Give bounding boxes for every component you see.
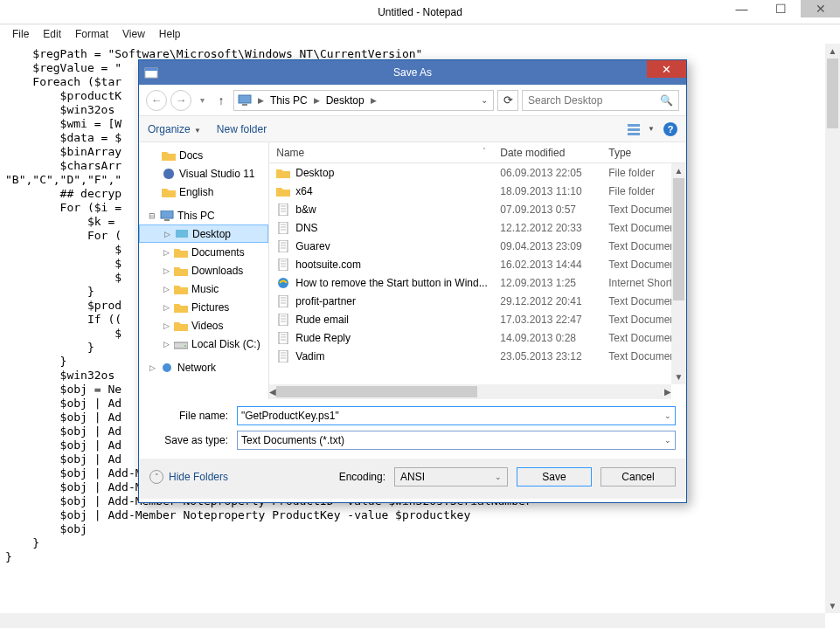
column-name[interactable]: Name˄ xyxy=(269,147,493,159)
tree-desktop[interactable]: ▷Desktop xyxy=(139,224,268,243)
file-list-header[interactable]: Name˄ Date modified Type xyxy=(269,142,686,163)
dropdown-icon[interactable]: ⌄ xyxy=(664,411,671,420)
help-icon[interactable]: ? xyxy=(663,122,677,136)
file-row[interactable]: profit-partner29.12.2012 20:41Text Docum… xyxy=(269,292,686,310)
cancel-button[interactable]: Cancel xyxy=(600,467,676,487)
notepad-titlebar: Untitled - Notepad — ☐ ✕ xyxy=(0,0,840,24)
filelist-vertical-scrollbar[interactable]: ▲ ▼ xyxy=(671,163,686,384)
file-row[interactable]: x6418.09.2013 11:10File folder xyxy=(269,182,686,200)
svg-rect-5 xyxy=(628,128,640,131)
file-name: Vadim xyxy=(295,350,324,362)
menu-view[interactable]: View xyxy=(115,26,152,42)
tree-documents[interactable]: ▷Documents xyxy=(139,243,268,261)
scroll-thumb[interactable] xyxy=(673,178,684,300)
hide-folders-button[interactable]: ˄ Hide Folders xyxy=(149,470,228,484)
tree-downloads[interactable]: ▷Downloads xyxy=(139,261,268,279)
file-row[interactable]: Rude Reply14.09.2013 0:28Text Document xyxy=(269,328,686,347)
savetype-label: Save as type: xyxy=(149,434,237,446)
back-button[interactable]: ← xyxy=(146,90,167,111)
menu-file[interactable]: File xyxy=(5,26,36,42)
dialog-title: Save As xyxy=(393,66,432,79)
chevron-right-icon[interactable]: ▶ xyxy=(255,96,267,105)
horizontal-scrollbar[interactable] xyxy=(0,613,825,628)
scroll-right-icon[interactable]: ▶ xyxy=(664,384,671,399)
column-type[interactable]: Type xyxy=(601,147,686,159)
folder-tree[interactable]: Docs Visual Studio 11 English ⊟This PC ▷… xyxy=(139,142,269,399)
scroll-up-icon[interactable]: ▲ xyxy=(671,163,686,178)
menu-edit[interactable]: Edit xyxy=(36,26,68,42)
view-options-button[interactable]: ▼ xyxy=(628,123,655,135)
collapse-icon[interactable]: ⊟ xyxy=(148,211,156,220)
file-row[interactable]: DNS12.12.2012 20:33Text Document xyxy=(269,218,686,237)
chevron-up-icon: ˄ xyxy=(149,470,163,484)
folder-icon xyxy=(276,185,290,197)
text-icon xyxy=(276,204,290,216)
address-bar[interactable]: ▶ This PC ▶ Desktop ▶ ⌄ xyxy=(233,90,494,111)
savetype-select[interactable]: Text Documents (*.txt)⌄ xyxy=(237,431,676,450)
scroll-thumb[interactable] xyxy=(827,59,838,128)
minimize-button[interactable]: — xyxy=(722,0,761,17)
tree-thispc[interactable]: ⊟This PC xyxy=(139,206,268,224)
tree-network[interactable]: ▷Network xyxy=(139,358,268,376)
save-button[interactable]: Save xyxy=(517,467,592,487)
file-date: 12.09.2013 1:25 xyxy=(493,277,601,289)
menu-help[interactable]: Help xyxy=(152,26,188,42)
forward-button[interactable]: → xyxy=(170,90,191,111)
scroll-thumb[interactable] xyxy=(276,386,477,397)
file-row[interactable]: Vadim23.05.2013 23:12Text Document xyxy=(269,347,686,365)
maximize-button[interactable]: ☐ xyxy=(761,0,801,17)
file-row[interactable]: hootsuite.com16.02.2013 14:44Text Docume… xyxy=(269,255,686,273)
file-date: 18.09.2013 11:10 xyxy=(493,185,601,197)
breadcrumb-desktop[interactable]: Desktop xyxy=(323,94,368,107)
recent-dropdown[interactable]: ▾ xyxy=(195,90,209,111)
text-icon xyxy=(276,332,290,344)
file-row[interactable]: Desktop06.09.2013 22:05File folder xyxy=(269,163,686,182)
close-button[interactable]: ✕ xyxy=(801,0,840,17)
refresh-button[interactable]: ⟳ xyxy=(497,90,518,111)
svg-rect-9 xyxy=(176,230,188,238)
file-row[interactable]: Rude email17.03.2013 22:47Text Document xyxy=(269,310,686,328)
encoding-select[interactable]: ANSI⌄ xyxy=(394,467,508,487)
chevron-right-icon[interactable]: ▶ xyxy=(368,96,379,105)
scroll-down-icon[interactable]: ▼ xyxy=(825,598,840,613)
filelist-horizontal-scrollbar[interactable]: ◀ ▶ xyxy=(269,384,671,399)
column-date[interactable]: Date modified xyxy=(493,147,601,159)
tree-pictures[interactable]: ▷Pictures xyxy=(139,298,268,316)
file-row[interactable]: b&w07.09.2013 0:57Text Document xyxy=(269,200,686,218)
tree-localdisk[interactable]: ▷Local Disk (C:) xyxy=(139,335,268,353)
tree-english[interactable]: English xyxy=(139,183,268,201)
scroll-left-icon[interactable]: ◀ xyxy=(269,384,276,399)
chevron-right-icon[interactable]: ▶ xyxy=(311,96,323,105)
dropdown-icon[interactable]: ⌄ xyxy=(495,473,502,481)
dropdown-icon[interactable]: ⌄ xyxy=(664,436,671,445)
tree-vs[interactable]: Visual Studio 11 xyxy=(139,164,268,183)
search-icon: 🔍 xyxy=(660,94,673,107)
tree-music[interactable]: ▷Music xyxy=(139,279,268,298)
filename-input[interactable]: "GetProductKey.ps1"⌄ xyxy=(237,406,676,425)
address-dropdown-icon[interactable]: ⌄ xyxy=(476,95,493,105)
tree-videos[interactable]: ▷Videos xyxy=(139,316,268,335)
text-icon xyxy=(276,222,290,234)
vertical-scrollbar[interactable]: ▲ ▼ xyxy=(825,44,840,613)
svg-point-29 xyxy=(278,278,288,288)
dialog-titlebar: Save As ✕ xyxy=(139,60,686,85)
expand-icon[interactable]: ▷ xyxy=(163,230,171,238)
folder-icon xyxy=(174,320,188,332)
file-date: 23.05.2013 23:12 xyxy=(493,350,601,362)
new-folder-button[interactable]: New folder xyxy=(217,123,267,135)
file-row[interactable]: Guarev09.04.2013 23:09Text Document xyxy=(269,237,686,255)
pc-icon xyxy=(160,210,174,222)
breadcrumb-thispc[interactable]: This PC xyxy=(267,94,311,107)
file-row[interactable]: How to remove the Start button in Wind..… xyxy=(269,273,686,292)
sort-indicator-icon: ˄ xyxy=(482,147,486,159)
up-button[interactable]: ↑ xyxy=(212,92,230,109)
text-icon xyxy=(276,314,290,326)
menu-format[interactable]: Format xyxy=(68,26,115,42)
svg-rect-21 xyxy=(279,240,288,252)
dialog-close-button[interactable]: ✕ xyxy=(647,60,686,78)
search-input[interactable]: Search Desktop 🔍 xyxy=(522,90,679,111)
scroll-down-icon[interactable]: ▼ xyxy=(671,369,686,384)
organize-button[interactable]: Organize ▼ xyxy=(148,123,201,135)
scroll-up-icon[interactable]: ▲ xyxy=(825,44,840,59)
tree-docs[interactable]: Docs xyxy=(139,146,268,164)
